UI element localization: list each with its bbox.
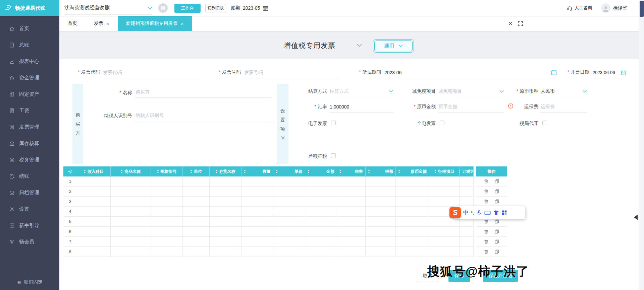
cell-2-8[interactable]: [337, 187, 366, 197]
page-scrollbar[interactable]: [639, 0, 644, 290]
column-settings-gear-icon[interactable]: [63, 166, 77, 176]
sidebar-item-11[interactable]: 设置: [0, 201, 59, 217]
sort-arrows-icon[interactable]: [244, 170, 246, 173]
cell-2-10[interactable]: [396, 187, 429, 197]
sort-arrows-icon[interactable]: [216, 170, 218, 173]
cell-8-8[interactable]: [337, 247, 366, 257]
invoice-number-input[interactable]: 发票号码: [244, 67, 339, 78]
sort-arrows-icon[interactable]: [276, 170, 278, 173]
sidebar-item-2[interactable]: 报表中心: [0, 53, 59, 70]
sidebar-item-9[interactable]: 结账: [0, 168, 59, 185]
tax-reduction-select[interactable]: 减免税项目: [438, 86, 504, 97]
cell-1-8[interactable]: [337, 176, 366, 187]
cell-6-1[interactable]: [111, 227, 151, 237]
cell-8-4[interactable]: [210, 247, 241, 257]
close-tab-icon[interactable]: ×: [106, 21, 109, 26]
cell-6-6[interactable]: [273, 227, 305, 237]
calendar-icon[interactable]: [621, 70, 626, 75]
column-header-10[interactable]: 原币金额: [396, 166, 429, 176]
cell-6-10[interactable]: [396, 227, 429, 237]
cell-2-12[interactable]: [460, 187, 474, 197]
avatar[interactable]: [601, 3, 610, 13]
cell-8-3[interactable]: [183, 247, 210, 257]
column-header-8[interactable]: 税率: [337, 166, 366, 176]
cell-8-12[interactable]: [460, 247, 474, 257]
cell-4-8[interactable]: [337, 207, 366, 217]
cell-1-11[interactable]: [429, 176, 460, 187]
close-tab-icon[interactable]: ×: [181, 21, 184, 26]
cell-3-8[interactable]: [337, 197, 366, 207]
sidebar-item-3[interactable]: 资金管理: [0, 70, 59, 86]
settlement-select[interactable]: 结算方式: [330, 86, 393, 97]
cell-3-11[interactable]: [429, 197, 460, 207]
cell-3-1[interactable]: [111, 197, 151, 207]
column-header-5[interactable]: 数量: [241, 166, 273, 176]
cell-5-8[interactable]: [337, 217, 366, 227]
cell-5-10[interactable]: [396, 217, 429, 227]
cell-7-7[interactable]: [305, 237, 337, 247]
cell-3-2[interactable]: [151, 197, 183, 207]
cell-1-1[interactable]: [111, 176, 151, 187]
settings-gear-icon[interactable]: [280, 135, 285, 140]
cell-3-0[interactable]: [77, 197, 111, 207]
copy-row-icon[interactable]: [494, 239, 499, 244]
differential-taxation-checkbox[interactable]: [331, 153, 336, 158]
workbench-button[interactable]: 工作台: [174, 4, 201, 13]
cell-4-6[interactable]: [273, 207, 305, 217]
cell-6-9[interactable]: [366, 227, 396, 237]
cell-1-3[interactable]: [183, 176, 210, 187]
cell-1-7[interactable]: [305, 176, 337, 187]
cell-2-9[interactable]: [366, 187, 396, 197]
sidebar-item-8[interactable]: 税务管理: [0, 152, 59, 168]
sort-arrows-icon[interactable]: [460, 170, 461, 173]
sidebar-item-1[interactable]: 总账: [0, 37, 59, 53]
copy-row-icon[interactable]: [494, 179, 499, 184]
column-header-12[interactable]: 计税方: [460, 166, 474, 176]
cell-2-6[interactable]: [273, 187, 305, 197]
cell-1-6[interactable]: [273, 176, 305, 187]
cell-5-7[interactable]: [305, 217, 337, 227]
column-header-6[interactable]: 单价: [273, 166, 305, 176]
fullscreen-icon[interactable]: [518, 21, 523, 26]
full-electronic-invoice-checkbox[interactable]: [440, 121, 444, 125]
cell-6-5[interactable]: [241, 227, 273, 237]
cell-8-1[interactable]: [111, 247, 151, 257]
cell-1-5[interactable]: [241, 176, 273, 187]
sort-arrows-icon[interactable]: [339, 170, 341, 173]
cell-7-0[interactable]: [77, 237, 111, 247]
cell-4-9[interactable]: [366, 207, 396, 217]
unpin-sidebar-button[interactable]: 取消固定: [0, 277, 59, 288]
toolbox-grid-icon[interactable]: [501, 210, 507, 216]
username[interactable]: 徐泽华: [613, 5, 627, 11]
cell-3-6[interactable]: [273, 197, 305, 207]
switch-old-version-button[interactable]: 切到旧版: [205, 4, 226, 12]
sidebar-item-6[interactable]: 发票管理: [0, 119, 59, 135]
column-header-3[interactable]: 单位: [183, 166, 210, 176]
memo-icon[interactable]: [158, 3, 168, 13]
copy-row-icon[interactable]: [494, 199, 499, 204]
invoice-type-selector[interactable]: 通用: [373, 39, 414, 53]
keyboard-icon[interactable]: [484, 210, 491, 216]
delete-row-icon[interactable]: [484, 249, 489, 254]
cell-2-2[interactable]: [151, 187, 183, 197]
buyer-name-input[interactable]: 购买方: [136, 86, 272, 98]
column-header-11[interactable]: 征税项目: [429, 166, 460, 176]
cell-1-9[interactable]: [366, 176, 396, 187]
cell-3-4[interactable]: [210, 197, 241, 207]
tab-new-invoice[interactable]: 新建销项增值税专用发票×: [118, 16, 192, 31]
cell-4-1[interactable]: [111, 207, 151, 217]
cell-2-7[interactable]: [305, 187, 337, 197]
cell-1-12[interactable]: [460, 176, 474, 187]
cell-4-10[interactable]: [396, 207, 429, 217]
cell-7-3[interactable]: [183, 237, 210, 247]
sidebar-item-13[interactable]: 畅会员: [0, 234, 59, 250]
cell-5-6[interactable]: [273, 217, 305, 227]
cell-4-0[interactable]: [77, 207, 111, 217]
cell-4-7[interactable]: [305, 207, 337, 217]
cell-5-3[interactable]: [183, 217, 210, 227]
column-header-2[interactable]: 规格型号: [151, 166, 183, 176]
sort-arrows-icon[interactable]: [398, 170, 400, 173]
sort-arrows-icon[interactable]: [121, 170, 123, 173]
cell-6-2[interactable]: [151, 227, 183, 237]
copy-row-icon[interactable]: [494, 189, 499, 194]
